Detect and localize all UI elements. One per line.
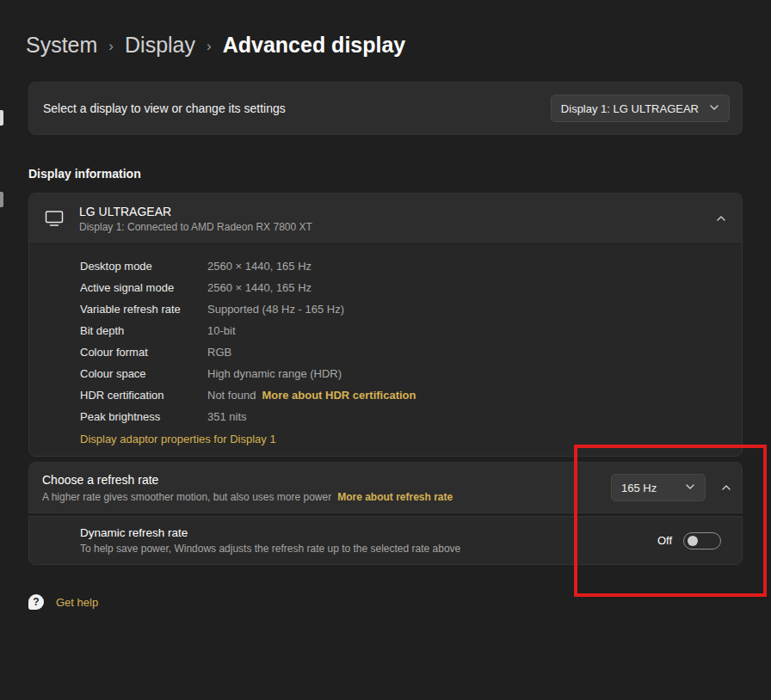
info-row-colour-space: Colour space High dynamic range (HDR) bbox=[80, 363, 742, 384]
info-row-colour-format: Colour format RGB bbox=[80, 341, 742, 363]
display-info-expander[interactable]: LG ULTRAGEAR Display 1: Connected to AMD… bbox=[29, 193, 742, 244]
breadcrumb-display[interactable]: Display bbox=[125, 33, 195, 58]
help-icon: ? bbox=[28, 594, 44, 610]
display-information-heading: Display information bbox=[28, 167, 141, 181]
get-help-label: Get help bbox=[56, 596, 98, 609]
refresh-rate-text: Choose a refresh rate A higher rate give… bbox=[42, 473, 611, 503]
display-info-body: Desktop mode 2560 × 1440, 165 Hz Active … bbox=[29, 244, 742, 446]
dynamic-refresh-rate-card: Dynamic refresh rate To help save power,… bbox=[28, 516, 743, 565]
info-row-hdr-certification: HDR certification Not found More about H… bbox=[80, 384, 742, 406]
monitor-icon bbox=[29, 210, 79, 227]
refresh-rate-value: 165 Hz bbox=[621, 482, 657, 494]
window-edge-artifact bbox=[0, 110, 3, 126]
refresh-rate-dropdown[interactable]: 165 Hz bbox=[611, 474, 706, 501]
info-row-bit-depth: Bit depth 10-bit bbox=[80, 320, 742, 341]
monitor-titles: LG ULTRAGEAR Display 1: Connected to AMD… bbox=[79, 205, 716, 233]
chevron-right-icon: › bbox=[207, 36, 212, 55]
display-selector-value: Display 1: LG ULTRAGEAR bbox=[561, 102, 699, 115]
info-row-desktop-mode: Desktop mode 2560 × 1440, 165 Hz bbox=[80, 255, 742, 277]
get-help-link[interactable]: ? Get help bbox=[28, 594, 98, 610]
breadcrumb: System › Display › Advanced display bbox=[26, 33, 405, 58]
hdr-certification-link[interactable]: More about HDR certification bbox=[262, 389, 416, 402]
dynamic-refresh-rate-text: Dynamic refresh rate To help save power,… bbox=[80, 526, 657, 555]
dynamic-refresh-rate-toggle[interactable] bbox=[683, 532, 721, 550]
advanced-display-settings-page: System › Display › Advanced display Sele… bbox=[0, 0, 771, 700]
chevron-right-icon: › bbox=[108, 36, 114, 55]
chevron-up-icon[interactable] bbox=[721, 482, 731, 493]
info-row-peak-brightness: Peak brightness 351 nits bbox=[80, 406, 742, 427]
chevron-up-icon[interactable] bbox=[716, 213, 726, 224]
info-row-variable-refresh-rate: Variable refresh rate Supported (48 Hz -… bbox=[80, 298, 742, 320]
display-selector-card: Select a display to view or change its s… bbox=[28, 82, 743, 135]
refresh-rate-card: Choose a refresh rate A higher rate give… bbox=[28, 462, 743, 513]
monitor-name: LG ULTRAGEAR bbox=[79, 205, 716, 218]
toggle-knob bbox=[688, 536, 698, 546]
display-information-card: LG ULTRAGEAR Display 1: Connected to AMD… bbox=[28, 193, 743, 457]
window-edge-artifact bbox=[0, 192, 3, 207]
chevron-down-icon bbox=[685, 482, 695, 494]
dynamic-refresh-rate-title: Dynamic refresh rate bbox=[80, 526, 657, 539]
info-row-active-signal-mode: Active signal mode 2560 × 1440, 165 Hz bbox=[80, 277, 742, 298]
refresh-rate-subtitle: A higher rate gives smoother motion, but… bbox=[42, 491, 611, 503]
chevron-down-icon bbox=[709, 102, 719, 115]
display-selector-label: Select a display to view or change its s… bbox=[43, 101, 286, 115]
display-adaptor-properties-link[interactable]: Display adaptor properties for Display 1 bbox=[80, 433, 276, 445]
monitor-connection-subtitle: Display 1: Connected to AMD Radeon RX 78… bbox=[79, 221, 716, 233]
breadcrumb-system[interactable]: System bbox=[26, 33, 97, 58]
display-selector-dropdown[interactable]: Display 1: LG ULTRAGEAR bbox=[551, 95, 730, 122]
dynamic-refresh-rate-toggle-group: Off bbox=[657, 532, 721, 550]
page-title: Advanced display bbox=[223, 33, 406, 58]
dynamic-refresh-rate-subtitle: To help save power, Windows adjusts the … bbox=[80, 543, 657, 555]
refresh-rate-title: Choose a refresh rate bbox=[42, 473, 611, 487]
toggle-state-label: Off bbox=[657, 534, 672, 547]
more-about-refresh-rate-link[interactable]: More about refresh rate bbox=[337, 491, 453, 503]
